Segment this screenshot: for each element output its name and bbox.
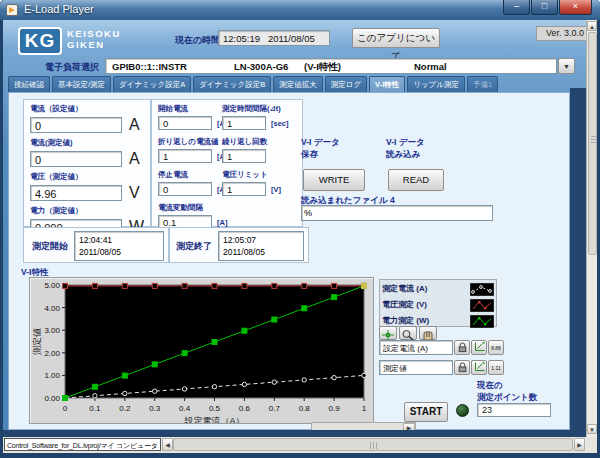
svg-text:0.6: 0.6	[239, 404, 251, 413]
measurement-voltage-measured: 電圧（測定値）4.96V	[30, 172, 150, 202]
scroll-up-button[interactable]: ▲	[587, 21, 597, 31]
start-current-input[interactable]: 0	[158, 116, 212, 130]
svg-text:0.2: 0.2	[119, 404, 131, 413]
start-current-label: 開始電流	[158, 104, 227, 114]
device-model: LN-300A-G6	[234, 61, 288, 72]
scroll-down-button[interactable]: ▼	[587, 424, 597, 434]
device-select-combo[interactable]: GPIB0::1::INSTR LN-300A-G6 (V-I特性) Norma…	[105, 58, 557, 74]
measurement-panel: 電流（設定値）0A電流(測定値)0A電圧（測定値）4.96V電力（測定値）0.0…	[23, 99, 151, 227]
write-button[interactable]: WRITE	[303, 169, 365, 191]
window-title: E-Load Player	[24, 3, 94, 15]
brand-name: KEISOKU GIKEN	[67, 28, 121, 50]
svg-text:1: 1	[362, 404, 367, 413]
vi-tab-page: 電流（設定値）0A電流(測定値)0A電圧（測定値）4.96V電力（測定値）0.0…	[8, 92, 570, 430]
caption-buttons: – □ ×	[502, 0, 592, 15]
run-led-indicator	[456, 404, 469, 417]
setting-measure-interval: 測定時間間隔(⊿t)1[sec]	[222, 104, 289, 130]
measure-end-panel: 測定終了 12:05:07 2011/08/05	[169, 227, 309, 263]
x-scale-lock-button[interactable]	[454, 340, 470, 355]
front-panel: KG KEISOKU GIKEN 現在の時間 12:05:19 2011/08/…	[3, 20, 597, 437]
measure-interval-input[interactable]: 1	[222, 116, 266, 130]
about-app-button[interactable]: このアプリについて	[352, 28, 440, 48]
stop-current-input[interactable]: 0	[158, 182, 212, 196]
repeat-count-input[interactable]: 1	[222, 149, 266, 163]
maximize-button[interactable]: □	[531, 0, 558, 15]
tab-dynamic-b[interactable]: ダイナミック設定B	[193, 76, 271, 93]
voltage-measured-label: 電圧（測定値）	[30, 172, 150, 182]
svg-text:0.3: 0.3	[149, 404, 161, 413]
device-address: GPIB0::1::INSTR	[112, 61, 187, 72]
turnaround-current-input[interactable]: 1	[158, 149, 212, 163]
settings-column-2: 測定時間間隔(⊿t)1[sec]繰り返し回数1電圧リミット1[V]	[222, 104, 289, 203]
svg-text:0.7: 0.7	[269, 404, 281, 413]
autoscale-icon	[473, 361, 486, 373]
x-scale-row: 設定電流 (A)8.88	[379, 340, 509, 355]
y-scale-lock-button[interactable]	[454, 360, 470, 375]
tab-dynamic-a[interactable]: ダイナミック設定A	[113, 76, 191, 93]
tab-basic-settings[interactable]: 基本設定/測定	[52, 76, 111, 93]
legend-plot-style-icon-2	[470, 314, 494, 327]
repeat-count-row: 1	[222, 149, 289, 163]
tab-vi-characteristics[interactable]: V-I特性	[369, 76, 405, 93]
power-measured-label: 電力（測定値）	[30, 206, 150, 216]
voltage-limit-input[interactable]: 1	[222, 182, 266, 196]
x-scale-autoscale-button[interactable]	[471, 340, 487, 355]
scale-legend: 設定電流 (A)8.88測定値1.11	[379, 340, 509, 380]
x-scale-name-box[interactable]: 設定電流 (A)	[379, 340, 453, 355]
graph-pan-tool-button[interactable]	[419, 326, 437, 340]
autoscale-icon	[473, 341, 486, 353]
vertical-scrollbar[interactable]: ▲ ▼	[586, 20, 597, 437]
current-step-unit: [A]	[217, 218, 227, 227]
voltage-limit-row: 1[V]	[222, 182, 289, 196]
legend-item-0[interactable]: 測定電流 (A)	[382, 280, 494, 296]
settings-column-1: 開始電流0[A]折り返しの電流値1[A]停止電流0[A]電流変動間隔0.1[A]	[158, 104, 227, 236]
legend-plot-style-icon-1	[470, 298, 494, 311]
start-button[interactable]: START	[404, 402, 448, 422]
device-select-label: 電子負荷選択	[45, 61, 99, 74]
legend-item-1[interactable]: 電圧測定 (V)	[382, 296, 494, 312]
y-scale-format-button[interactable]: 1.11	[488, 360, 504, 375]
turnaround-current-label: 折り返しの電流値	[158, 137, 227, 147]
tab-bar: 接続確認基本設定/測定ダイナミック設定Aダイナミック設定B測定値拡大測定ログV-…	[8, 76, 500, 93]
y-scale-name-box[interactable]: 測定値	[379, 360, 453, 375]
kg-logo: KG	[18, 27, 62, 55]
svg-text:0.4: 0.4	[179, 404, 191, 413]
tab-ripple[interactable]: リップル測定	[407, 76, 465, 93]
current-measured-label: 電流(測定値)	[30, 138, 150, 148]
minimize-button[interactable]: –	[503, 0, 530, 15]
tab-measure-zoom[interactable]: 測定値拡大	[273, 76, 323, 93]
device-dropdown-button[interactable]: ▼	[558, 58, 575, 74]
measurement-current-measured: 電流(測定値)0A	[30, 138, 150, 168]
svg-text:0.1: 0.1	[89, 404, 101, 413]
project-context-box[interactable]: Control_Software_for_DL.lvproj/マイ コンピュータ	[4, 438, 161, 451]
legend-label-0: 測定電流 (A)	[382, 283, 470, 294]
vertical-scrollbar-thumb[interactable]	[588, 32, 597, 255]
svg-text:0.5: 0.5	[209, 404, 221, 413]
tab-measure-log[interactable]: 測定ログ	[325, 76, 367, 93]
x-axis-label: 設定電流（A）	[184, 416, 244, 423]
tab-reserve-1: 予備1	[467, 76, 498, 93]
device-mode: Normal	[414, 61, 447, 72]
x-scale-format-button[interactable]: 8.88	[488, 340, 504, 355]
read-button[interactable]: READ	[388, 169, 444, 191]
current-measured-display: 0	[30, 151, 122, 167]
loaded-file-path-field[interactable]: %	[301, 205, 493, 221]
turnaround-current-row: 1[A]	[158, 149, 227, 163]
points-count-display: 23	[477, 403, 551, 417]
graph-zoom-tool-button[interactable]	[399, 326, 417, 340]
measure-start-label: 測定開始	[32, 240, 68, 253]
vi-graph: 00.10.20.30.40.50.60.70.80.910.001.002.0…	[29, 277, 374, 424]
svg-text:3.00: 3.00	[44, 326, 60, 335]
scroll-left-button[interactable]: ◀	[162, 438, 173, 451]
graph-cursor-tool-button[interactable]	[379, 326, 397, 340]
tab-connection-check[interactable]: 接続確認	[8, 76, 50, 93]
measure-end-time-display: 12:05:07 2011/08/05	[218, 231, 304, 261]
close-button[interactable]: ×	[559, 0, 592, 15]
graph-palette	[379, 326, 439, 340]
measure-end-label: 測定終了	[176, 240, 212, 253]
scroll-right-button[interactable]: ▶	[574, 438, 585, 451]
y-scale-autoscale-button[interactable]	[471, 360, 487, 375]
device-model-note: (V-I特性)	[304, 61, 341, 74]
stop-current-row: 0[A]	[158, 182, 227, 196]
horizontal-scrollbar-thumb[interactable]	[173, 438, 573, 451]
